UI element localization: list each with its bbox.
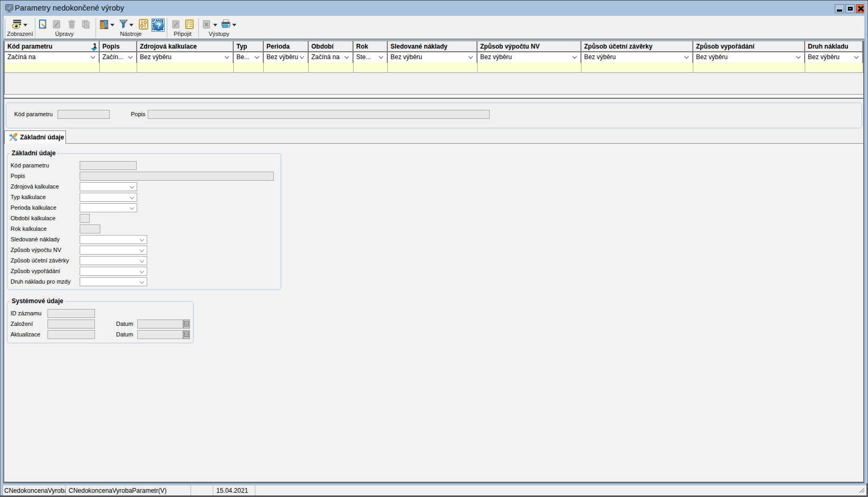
svg-text:?: ? [156,22,161,30]
